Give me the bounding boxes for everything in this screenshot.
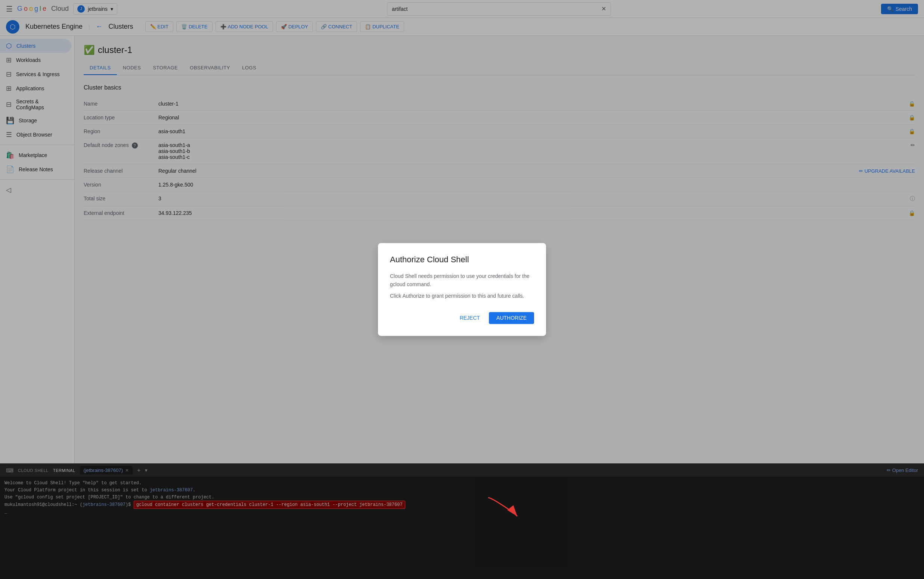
dialog-title: Authorize Cloud Shell	[390, 255, 534, 265]
dialog-actions: REJECT AUTHORIZE	[390, 312, 534, 324]
dialog-body-1: Cloud Shell needs permission to use your…	[390, 272, 534, 289]
authorize-arrow	[484, 494, 522, 520]
dialog-overlay: Authorize Cloud Shell Cloud Shell needs …	[0, 0, 924, 579]
authorize-button[interactable]: AUTHORIZE	[489, 312, 534, 324]
reject-button[interactable]: REJECT	[454, 312, 486, 324]
authorize-dialog: Authorize Cloud Shell Cloud Shell needs …	[378, 243, 546, 336]
dialog-body-2: Click Authorize to grant permission to t…	[390, 292, 534, 300]
